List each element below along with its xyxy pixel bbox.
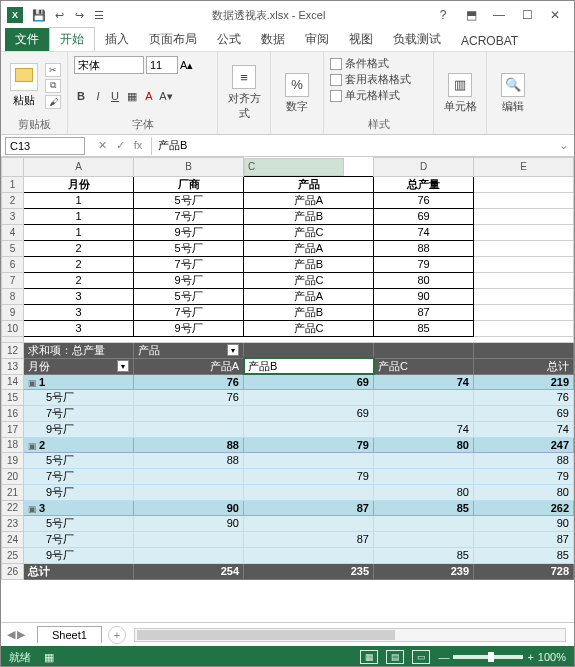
cell[interactable]: 总计: [24, 563, 134, 579]
format-painter-icon[interactable]: 🖌: [45, 95, 61, 109]
help-icon[interactable]: ?: [430, 5, 456, 25]
cell[interactable]: 74: [474, 421, 574, 437]
cell[interactable]: 1: [24, 208, 134, 224]
scroll-thumb[interactable]: [137, 630, 395, 640]
cell[interactable]: [474, 208, 574, 224]
cell[interactable]: 87: [474, 531, 574, 547]
cell[interactable]: 5号厂: [134, 240, 244, 256]
cell[interactable]: 90: [474, 515, 574, 531]
cell[interactable]: 728: [474, 563, 574, 579]
cell[interactable]: 69: [244, 374, 374, 389]
row-header[interactable]: 10: [2, 320, 24, 336]
page-layout-view-icon[interactable]: ▤: [386, 650, 404, 664]
cell[interactable]: 9号厂: [24, 484, 134, 500]
tab-formula[interactable]: 公式: [207, 28, 251, 51]
pivot-group[interactable]: ▣3: [24, 500, 134, 515]
cell[interactable]: 7号厂: [134, 304, 244, 320]
cell[interactable]: 80: [374, 484, 474, 500]
col-header[interactable]: D: [374, 158, 474, 177]
cell[interactable]: 7号厂: [24, 405, 134, 421]
cell[interactable]: 69: [374, 208, 474, 224]
cell[interactable]: 88: [134, 437, 244, 452]
row-header[interactable]: 25: [2, 547, 24, 563]
cell[interactable]: 5号厂: [24, 515, 134, 531]
cell[interactable]: 产品A: [134, 358, 244, 374]
col-header[interactable]: C: [244, 158, 344, 176]
cell[interactable]: [474, 256, 574, 272]
cell[interactable]: 74: [374, 224, 474, 240]
tab-view[interactable]: 视图: [339, 28, 383, 51]
cell[interactable]: 7号厂: [24, 468, 134, 484]
cell[interactable]: 9号厂: [134, 320, 244, 336]
zoom-in-icon[interactable]: +: [527, 651, 533, 663]
cell[interactable]: 88: [134, 452, 244, 468]
cell[interactable]: 85: [474, 547, 574, 563]
tab-nav-next-icon[interactable]: ▶: [17, 628, 25, 641]
cell[interactable]: 80: [374, 272, 474, 288]
font-color-icon[interactable]: A▾: [159, 88, 173, 104]
cell[interactable]: 9号厂: [24, 547, 134, 563]
row-header[interactable]: 20: [2, 468, 24, 484]
pivot-field[interactable]: 求和项：总产量: [24, 342, 134, 358]
cell[interactable]: 产品A: [244, 288, 374, 304]
cell[interactable]: 79: [474, 468, 574, 484]
cell[interactable]: 产品A: [244, 192, 374, 208]
cell[interactable]: 76: [474, 389, 574, 405]
cell[interactable]: 产品B: [244, 256, 374, 272]
cell[interactable]: 85: [374, 547, 474, 563]
close-icon[interactable]: ✕: [542, 5, 568, 25]
maximize-icon[interactable]: ☐: [514, 5, 540, 25]
cell[interactable]: 产品C: [244, 272, 374, 288]
collapse-icon[interactable]: ▣: [28, 504, 37, 514]
redo-icon[interactable]: ↪: [71, 7, 87, 23]
tab-review[interactable]: 审阅: [295, 28, 339, 51]
row-header[interactable]: 16: [2, 405, 24, 421]
cell[interactable]: 85: [374, 320, 474, 336]
cell[interactable]: 总产量: [374, 176, 474, 192]
cell[interactable]: 7号厂: [134, 256, 244, 272]
zoom-level[interactable]: 100%: [538, 651, 566, 663]
page-break-view-icon[interactable]: ▭: [412, 650, 430, 664]
cell[interactable]: [474, 176, 574, 192]
cell[interactable]: 厂商: [134, 176, 244, 192]
zoom-thumb[interactable]: [488, 652, 494, 662]
cell-style-button[interactable]: 单元格样式: [330, 88, 427, 103]
row-header[interactable]: 14: [2, 374, 24, 389]
row-header[interactable]: 22: [2, 500, 24, 515]
tab-data[interactable]: 数据: [251, 28, 295, 51]
tab-load[interactable]: 负载测试: [383, 28, 451, 51]
cell[interactable]: 产品B: [244, 304, 374, 320]
cell[interactable]: 5号厂: [24, 452, 134, 468]
cell[interactable]: 产品C: [244, 320, 374, 336]
fill-color-icon[interactable]: A: [142, 88, 156, 104]
ribbon-toggle-icon[interactable]: ⬒: [458, 5, 484, 25]
cell[interactable]: 76: [134, 374, 244, 389]
row-header[interactable]: 1: [2, 176, 24, 192]
cond-format-button[interactable]: 条件格式: [330, 56, 427, 71]
cell[interactable]: 产品B: [244, 208, 374, 224]
row-header[interactable]: 5: [2, 240, 24, 256]
collapse-icon[interactable]: ▣: [28, 441, 37, 451]
save-icon[interactable]: 💾: [31, 7, 47, 23]
cell[interactable]: 5号厂: [134, 288, 244, 304]
row-header[interactable]: 15: [2, 389, 24, 405]
row-header[interactable]: 18: [2, 437, 24, 452]
copy-icon[interactable]: ⧉: [45, 79, 61, 93]
cell[interactable]: [474, 304, 574, 320]
tab-insert[interactable]: 插入: [95, 28, 139, 51]
dropdown-icon[interactable]: ▾: [117, 360, 129, 372]
fx-icon[interactable]: fx: [131, 139, 145, 152]
col-header[interactable]: E: [474, 158, 574, 177]
row-header[interactable]: 12: [2, 342, 24, 358]
cell[interactable]: 90: [134, 515, 244, 531]
cell[interactable]: 2: [24, 240, 134, 256]
worksheet-area[interactable]: A B C D E 1月份厂商产品总产量 215号厂产品A76 317号厂产品B…: [1, 157, 574, 622]
cell[interactable]: 产品: [244, 176, 374, 192]
row-header[interactable]: 13: [2, 358, 24, 374]
cell[interactable]: 7号厂: [134, 208, 244, 224]
tab-acrobat[interactable]: ACROBAT: [451, 31, 528, 51]
cell[interactable]: 1: [24, 192, 134, 208]
row-header[interactable]: 17: [2, 421, 24, 437]
expand-fbar-icon[interactable]: ⌄: [553, 139, 574, 152]
cell[interactable]: 69: [474, 405, 574, 421]
